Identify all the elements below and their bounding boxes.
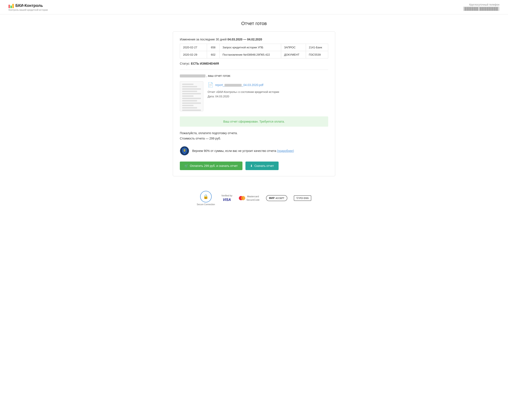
mastercard-circles	[239, 196, 245, 200]
thumb-line	[182, 93, 201, 94]
cart-icon: 🛒	[184, 164, 188, 167]
changes-date-range: 04.03.2020 — 04.02.2020	[228, 38, 262, 41]
thumb-line	[182, 84, 193, 85]
status-label: Статус:	[180, 62, 190, 65]
pci-text: PCI DSS	[299, 197, 309, 199]
payment-notice: Ваш отчет сформирован. Требуется оплата.	[180, 116, 328, 127]
logo-row: БКИ-Контроль	[8, 3, 48, 8]
changes-header-text: Изменения за последние 30 дней	[180, 38, 227, 41]
thumb-line	[182, 95, 193, 97]
payment-notice-text: Ваш отчет сформирован. Требуется оплата.	[223, 120, 285, 123]
guarantee-text: Вернем 90% от суммы, если вас не устроит…	[192, 149, 294, 153]
report-link-suffix: _04.03.2020.pdf	[242, 83, 263, 87]
footer: 🔒 Secure Connection Verified by VISA Mas…	[0, 185, 508, 212]
user-name-blurred	[180, 75, 206, 77]
payment-info-line1: Пожалуйста, оплатите подготовку отчета.	[180, 130, 328, 136]
report-date: Дата: 04.03.2020	[208, 94, 328, 99]
mir-badge: МИР ACCEPT	[266, 195, 287, 201]
shield-icon	[180, 146, 189, 156]
pay-button[interactable]: 🛒 Оплатить 299 руб. и скачать отчет	[180, 162, 243, 170]
row2-date: 2020-02-29	[180, 51, 207, 58]
logo-subtitle: Контроль вашей кредитной истории	[8, 8, 48, 11]
row1-code: 658	[207, 44, 219, 51]
report-date-label: Дата:	[208, 95, 214, 98]
report-date-value: 04.03.2020	[215, 95, 229, 98]
thumb-lines	[182, 84, 201, 111]
thumb-line	[182, 98, 201, 99]
main-content: Отчет готов Изменения за последние 30 дн…	[169, 14, 339, 185]
divider	[180, 69, 328, 70]
report-link-row: 📄 report__04.03.2020.pdf	[208, 82, 328, 88]
row2-desc: Постановление №438948.29П65.422	[219, 51, 281, 58]
thumb-line	[182, 107, 197, 108]
user-greeting: , ваш отчет готов:	[180, 74, 328, 77]
mir-text: МИР	[269, 197, 275, 200]
guarantee-row: Вернем 90% от суммы, если вас не устроит…	[180, 146, 328, 156]
phone-label: Круглосуточный телефон	[463, 3, 500, 6]
logo-bar-red	[8, 5, 10, 8]
main-card: Изменения за последние 30 дней 04.03.202…	[173, 31, 335, 176]
download-icon: ⬇	[250, 164, 253, 167]
secure-connection-badge: 🔒 Secure Connection	[197, 191, 215, 206]
row2-type: ДОКУМЕНТ	[281, 51, 306, 58]
thumb-line	[182, 86, 197, 87]
header: БКИ-Контроль Контроль вашей кредитной ис…	[0, 0, 508, 14]
guarantee-link[interactable]: (подробнее)	[277, 149, 294, 153]
lock-icon: 🔒	[203, 194, 208, 199]
download-button[interactable]: ⬇ Скачать отчет	[245, 162, 279, 170]
report-link-prefix: report_	[215, 83, 224, 87]
changes-header: Изменения за последние 30 дней 04.03.202…	[180, 38, 328, 41]
mir-accept: ACCEPT	[276, 197, 284, 199]
row1-date: 2020-02-27	[180, 44, 207, 51]
report-info: 📄 report__04.03.2020.pdf Отчет «БКИ-Конт…	[208, 81, 328, 99]
payment-info-line2: Стоимость отчета — 299 руб.	[180, 136, 328, 141]
visa-line2: VISA	[221, 197, 232, 202]
thumb-line	[182, 100, 197, 101]
table-row: 2020-02-27 658 Запрос кредитной истории …	[180, 44, 328, 51]
logo-bar-green	[10, 6, 12, 8]
secure-circle: 🔒	[200, 191, 212, 202]
pci-icon: 🛡	[296, 197, 299, 199]
row1-type: ЗАПРОС	[281, 44, 306, 51]
logo-icon	[8, 3, 14, 8]
report-description: Отчет «БКИ-Контроль» о состоянии кредитн…	[208, 90, 328, 99]
secure-label: Secure Connection	[197, 203, 215, 206]
pdf-icon: 📄	[208, 82, 213, 88]
report-thumbnail	[180, 81, 203, 111]
page-title: Отчет готов	[173, 21, 335, 26]
thumb-line	[182, 103, 201, 104]
header-phone: Круглосуточный телефон ██████ ████████	[463, 3, 500, 11]
mastercard-badge: Mastercard SecureCode	[239, 195, 259, 202]
status-value: ЕСТЬ ИЗМЕНЕНИЯ	[191, 62, 219, 65]
status-line: Статус: ЕСТЬ ИЗМЕНЕНИЯ	[180, 62, 328, 65]
phone-number: ██████ ████████	[463, 7, 500, 11]
row2-code: 602	[207, 51, 219, 58]
logo-area: БКИ-Контроль Контроль вашей кредитной ис…	[8, 3, 48, 11]
mastercard-line1: Mastercard	[247, 195, 259, 198]
report-name-blurred	[224, 84, 242, 87]
thumb-line	[182, 88, 201, 90]
download-button-label: Скачать отчет	[254, 164, 274, 167]
pci-dss-badge: 🛡 PCI DSS	[294, 195, 311, 201]
verified-visa-badge: Verified by VISA	[221, 194, 232, 202]
guarantee-main: Вернем 90% от суммы, если вас не устроит…	[192, 149, 276, 153]
thumb-line	[182, 110, 201, 111]
visa-line1: Verified by	[221, 194, 232, 197]
table-row: 2020-02-29 602 Постановление №438948.29П…	[180, 51, 328, 58]
changes-table: 2020-02-27 658 Запрос кредитной истории …	[180, 44, 328, 58]
report-file-row: 📄 report__04.03.2020.pdf Отчет «БКИ-Конт…	[180, 81, 328, 111]
pay-button-label: Оплатить 299 руб. и скачать отчет	[190, 164, 238, 167]
report-download-link[interactable]: report__04.03.2020.pdf	[215, 83, 263, 87]
mastercard-line2: SecureCode	[247, 198, 259, 202]
logo-bar-orange	[12, 4, 14, 8]
buttons-row: 🛒 Оплатить 299 руб. и скачать отчет ⬇ Ск…	[180, 162, 328, 170]
logo-brand: БКИ-Контроль	[15, 3, 43, 8]
thumb-line	[182, 105, 193, 106]
row2-source: ПЗС5539	[306, 51, 328, 58]
report-desc-text: Отчет «БКИ-Контроль» о состоянии кредитн…	[208, 90, 328, 94]
payment-info: Пожалуйста, оплатите подготовку отчета. …	[180, 130, 328, 141]
row1-source: 2141-Банк	[306, 44, 328, 51]
thumb-line	[182, 91, 197, 92]
greeting-suffix: , ваш отчет готов:	[206, 74, 231, 77]
row1-desc: Запрос кредитной истории УПБ	[219, 44, 281, 51]
